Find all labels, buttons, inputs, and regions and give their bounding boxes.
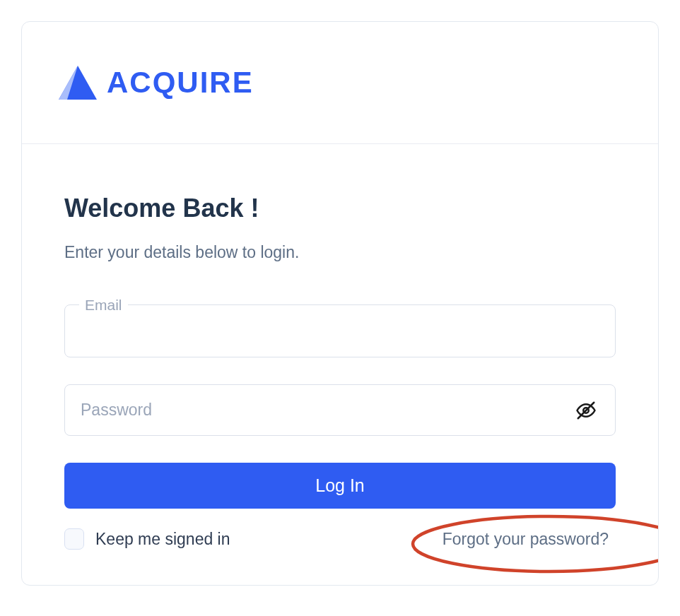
login-form: Welcome Back ! Enter your details below … <box>22 144 658 585</box>
forgot-password-wrap: Forgot your password? <box>435 530 616 549</box>
email-field-group: Email <box>64 297 616 357</box>
password-input[interactable] <box>65 385 570 435</box>
forgot-password-link[interactable]: Forgot your password? <box>435 526 616 552</box>
form-footer: Keep me signed in Forgot your password? <box>64 528 616 550</box>
brand-logo: ACQUIRE <box>57 64 623 101</box>
remember-group: Keep me signed in <box>64 528 230 550</box>
keep-signed-in-checkbox[interactable] <box>64 528 84 550</box>
toggle-password-visibility-button[interactable] <box>570 394 602 427</box>
password-field-group <box>64 384 616 436</box>
email-label: Email <box>79 297 128 312</box>
keep-signed-in-label: Keep me signed in <box>95 530 230 549</box>
card-header: ACQUIRE <box>22 22 658 144</box>
email-input[interactable] <box>65 312 615 357</box>
eye-off-icon <box>575 400 597 421</box>
acquire-logo-icon <box>57 64 98 101</box>
brand-name: ACQUIRE <box>107 66 254 100</box>
page-subtitle: Enter your details below to login. <box>64 243 616 262</box>
login-card: ACQUIRE Welcome Back ! Enter your detail… <box>21 21 659 586</box>
page-title: Welcome Back ! <box>64 194 616 223</box>
login-button[interactable]: Log In <box>64 463 616 509</box>
email-fieldset: Email <box>64 297 616 357</box>
